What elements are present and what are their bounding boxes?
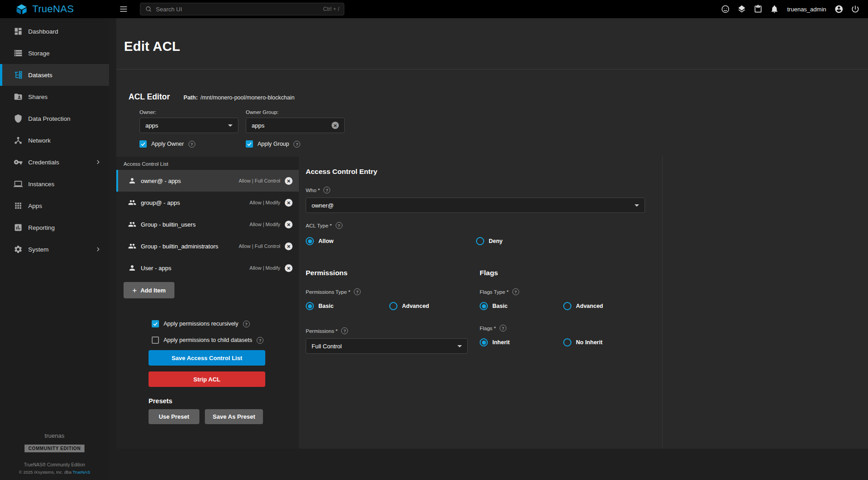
owner-group-input[interactable]: apps bbox=[246, 118, 345, 133]
flags-inherit-radio[interactable]: Inherit bbox=[480, 338, 563, 346]
acl-entry-permission: Allow | Modify bbox=[249, 265, 280, 271]
chevron-right-icon bbox=[94, 246, 102, 253]
flags-type-advanced-radio[interactable]: Advanced bbox=[563, 302, 603, 310]
alerts-bell-icon[interactable] bbox=[770, 5, 779, 14]
remove-entry-icon[interactable] bbox=[285, 199, 293, 207]
flags-label: Flags * bbox=[480, 326, 496, 331]
sidebar-item-label: Datasets bbox=[28, 72, 52, 79]
radio-icon bbox=[306, 302, 314, 310]
power-icon[interactable] bbox=[851, 5, 860, 14]
truenas-link[interactable]: TrueNAS bbox=[73, 470, 90, 475]
radio-label: Inherit bbox=[492, 339, 510, 346]
sidebar-item-reporting[interactable]: Reporting bbox=[0, 217, 109, 238]
jobs-clipboard-icon[interactable] bbox=[754, 5, 763, 14]
clear-x-icon[interactable] bbox=[332, 122, 339, 129]
feedback-smiley-icon[interactable] bbox=[721, 5, 730, 14]
flags-type-label: Flags Type * bbox=[480, 289, 509, 295]
apply-recursively-checkbox[interactable] bbox=[152, 320, 159, 327]
sidebar-item-apps[interactable]: Apps bbox=[0, 195, 109, 217]
help-icon[interactable] bbox=[188, 141, 195, 148]
user-avatar-icon[interactable] bbox=[834, 5, 843, 14]
permissions-select[interactable]: Full Control bbox=[306, 338, 468, 354]
sidebar-item-label: Shares bbox=[28, 94, 48, 100]
permissions-type-advanced-radio[interactable]: Advanced bbox=[389, 302, 429, 310]
save-as-preset-button[interactable]: Save As Preset bbox=[205, 409, 263, 424]
help-icon[interactable] bbox=[336, 222, 342, 229]
help-icon[interactable] bbox=[243, 321, 250, 327]
copyright-line: © 2025 iXsystems, Inc. dba TrueNAS bbox=[0, 470, 109, 475]
search-box: Ctrl + / bbox=[140, 3, 344, 15]
network-hub-icon bbox=[14, 136, 23, 145]
topbar-actions: truenas_admin bbox=[721, 5, 868, 14]
sidebar-item-storage[interactable]: Storage bbox=[0, 42, 109, 64]
help-icon[interactable] bbox=[500, 325, 506, 332]
sidebar-item-system[interactable]: System bbox=[0, 238, 109, 260]
acl-entry-row[interactable]: Group - builtin_users Allow | Modify bbox=[116, 213, 299, 235]
flags-no-inherit-radio[interactable]: No Inherit bbox=[563, 338, 602, 346]
acl-entry-row[interactable]: User - apps Allow | Modify bbox=[116, 257, 299, 279]
apply-owner-checkbox[interactable] bbox=[139, 140, 147, 148]
help-icon[interactable] bbox=[293, 141, 300, 148]
help-icon[interactable] bbox=[257, 337, 263, 344]
updates-layers-icon[interactable] bbox=[737, 5, 746, 14]
flags-heading: Flags bbox=[480, 269, 662, 277]
flags-type-basic-radio[interactable]: Basic bbox=[480, 302, 563, 310]
owner-value: apps bbox=[145, 122, 158, 129]
radio-label: Advanced bbox=[402, 303, 429, 309]
bar-chart-icon bbox=[14, 223, 23, 232]
remove-entry-icon[interactable] bbox=[285, 221, 293, 228]
acl-entry-row[interactable]: Group - builtin_administrators Allow | F… bbox=[116, 235, 299, 257]
sidebar-item-network[interactable]: Network bbox=[0, 129, 109, 151]
apply-child-datasets-checkbox[interactable] bbox=[152, 336, 159, 344]
menu-toggle-icon[interactable] bbox=[119, 5, 128, 14]
sidebar-footer: truenas COMMUNITY EDITION TrueNAS® Commu… bbox=[0, 432, 109, 475]
truenas-logo[interactable]: TrueNAS bbox=[0, 3, 109, 15]
add-item-button[interactable]: Add Item bbox=[124, 282, 174, 298]
help-icon[interactable] bbox=[354, 288, 361, 295]
strip-acl-button[interactable]: Strip ACL bbox=[149, 371, 265, 387]
permissions-type-basic-radio[interactable]: Basic bbox=[306, 302, 389, 310]
acl-editor-header: ACL Editor Path:/mnt/monero-pool/monero-… bbox=[116, 69, 868, 157]
acl-entry-name: Group - builtin_users bbox=[141, 221, 245, 228]
who-value: owner@ bbox=[312, 202, 334, 209]
remove-entry-icon[interactable] bbox=[285, 264, 293, 272]
acl-type-deny-radio[interactable]: Deny bbox=[476, 237, 503, 245]
sidebar-item-instances[interactable]: Instances bbox=[0, 173, 109, 195]
group-icon bbox=[128, 220, 136, 228]
datasets-tree-icon bbox=[14, 70, 23, 79]
acl-entry-row[interactable]: group@ - apps Allow | Modify bbox=[116, 192, 299, 213]
help-icon[interactable] bbox=[323, 187, 330, 193]
recursive-row: Apply permissions recursively bbox=[152, 320, 299, 327]
child-datasets-row: Apply permissions to child datasets bbox=[152, 336, 299, 344]
acl-type-allow-radio[interactable]: Allow bbox=[306, 237, 476, 245]
acl-entry-name: owner@ - apps bbox=[141, 178, 234, 184]
main-content: Edit ACL ACL Editor Path:/mnt/monero-poo… bbox=[109, 18, 868, 480]
sidebar-item-dashboard[interactable]: Dashboard bbox=[0, 20, 109, 42]
save-acl-button[interactable]: Save Access Control List bbox=[149, 350, 265, 366]
sidebar-item-label: Reporting bbox=[28, 224, 55, 231]
apply-group-checkbox[interactable] bbox=[246, 140, 253, 148]
product-line: TrueNAS® Community Edition bbox=[0, 462, 109, 467]
owner-group-value: apps bbox=[252, 122, 264, 129]
acl-entry-permission: Allow | Modify bbox=[249, 200, 280, 205]
sidebar-item-credentials[interactable]: Credentials bbox=[0, 151, 109, 173]
search-input[interactable] bbox=[156, 6, 319, 13]
sidebar-item-data-protection[interactable]: Data Protection bbox=[0, 108, 109, 129]
sidebar-item-datasets[interactable]: Datasets bbox=[0, 64, 109, 86]
group-icon bbox=[128, 242, 136, 250]
who-select[interactable]: owner@ bbox=[306, 198, 645, 213]
acl-entry-row[interactable]: owner@ - apps Allow | Full Control bbox=[116, 170, 299, 192]
help-icon[interactable] bbox=[341, 327, 348, 334]
sidebar-item-shares[interactable]: Shares bbox=[0, 86, 109, 108]
remove-entry-icon[interactable] bbox=[285, 177, 293, 185]
apply-owner-row: Apply Owner bbox=[139, 140, 246, 148]
copyright-text: © 2025 iXsystems, Inc. dba bbox=[19, 470, 72, 475]
sidebar: Dashboard Storage Datasets Shares Data P… bbox=[0, 18, 109, 480]
acl-entry-permission: Allow | Full Control bbox=[239, 178, 281, 183]
hostname-label: truenas bbox=[0, 432, 109, 439]
help-icon[interactable] bbox=[512, 288, 519, 295]
use-preset-button[interactable]: Use Preset bbox=[149, 409, 199, 424]
sidebar-item-label: System bbox=[28, 246, 49, 253]
remove-entry-icon[interactable] bbox=[285, 242, 293, 250]
owner-select[interactable]: apps bbox=[139, 118, 238, 133]
